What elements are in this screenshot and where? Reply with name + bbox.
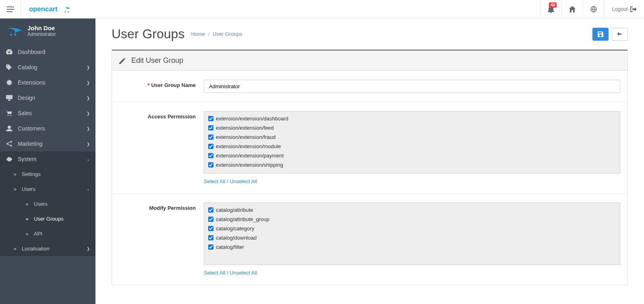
nav-label: Marketing bbox=[18, 141, 42, 147]
svg-point-5 bbox=[14, 34, 17, 36]
store-button[interactable] bbox=[583, 0, 604, 19]
permission-checkbox[interactable] bbox=[208, 153, 213, 158]
double-chevron-icon: » bbox=[24, 231, 30, 237]
chevron-right-icon: ❯ bbox=[87, 142, 90, 146]
avatar-icon bbox=[6, 24, 25, 37]
double-chevron-icon: » bbox=[24, 216, 30, 222]
permission-checkbox[interactable] bbox=[208, 217, 213, 222]
sidebar-item-catalog[interactable]: Catalog ❯ bbox=[0, 60, 95, 75]
double-chevron-icon: » bbox=[12, 246, 18, 252]
opencart-logo-icon: opencart bbox=[28, 4, 81, 14]
permission-checkbox[interactable] bbox=[208, 235, 213, 240]
logout-label: Logout bbox=[612, 6, 628, 12]
profile-name: John Doe bbox=[27, 25, 56, 31]
main-content: User Groups Home / User Groups Edit User… bbox=[95, 19, 644, 304]
tag-icon bbox=[6, 64, 13, 70]
sidebar-item-api[interactable]: » API bbox=[0, 226, 95, 241]
nav-label: API bbox=[34, 231, 42, 237]
sidebar-item-system[interactable]: System ⌄ bbox=[0, 151, 95, 167]
breadcrumb: Home / User Groups bbox=[191, 31, 242, 37]
profile-block: John Doe Administrator bbox=[0, 19, 95, 44]
sidebar-item-localisation[interactable]: » Localisation ❯ bbox=[0, 241, 95, 256]
chevron-down-icon: ⌄ bbox=[87, 187, 90, 191]
sidebar-item-settings[interactable]: » Settings bbox=[0, 167, 95, 182]
share-icon bbox=[6, 141, 13, 147]
logout-button[interactable]: Logout bbox=[604, 0, 644, 19]
save-icon bbox=[598, 31, 603, 37]
nav-label: Catalog bbox=[18, 64, 37, 70]
double-chevron-icon: » bbox=[12, 186, 18, 192]
permission-item: catalog/attribute bbox=[208, 205, 616, 215]
sidebar-item-extensions[interactable]: Extensions ❯ bbox=[0, 75, 95, 90]
permission-checkbox[interactable] bbox=[208, 144, 213, 149]
permission-checkbox[interactable] bbox=[208, 125, 213, 130]
permission-checkbox[interactable] bbox=[208, 134, 213, 140]
breadcrumb-home[interactable]: Home bbox=[191, 31, 205, 37]
user-group-name-input[interactable] bbox=[204, 80, 620, 93]
menu-toggle[interactable] bbox=[0, 0, 21, 19]
svg-rect-7 bbox=[8, 99, 10, 101]
chevron-right-icon: ❯ bbox=[87, 96, 90, 100]
modify-unselect-all[interactable]: Unselect All bbox=[230, 270, 257, 276]
nav-label: Design bbox=[18, 95, 35, 101]
access-label: Access Permission bbox=[119, 111, 204, 184]
notification-badge: 48 bbox=[549, 2, 557, 8]
permission-label: catalog/filter bbox=[216, 244, 244, 250]
edit-panel: Edit User Group *User Group Name Access … bbox=[112, 50, 628, 285]
modify-permission-box[interactable]: catalog/attributecatalog/attribute_group… bbox=[204, 203, 620, 265]
sidebar-item-dashboard[interactable]: Dashboard bbox=[0, 44, 95, 60]
chevron-right-icon: ❯ bbox=[87, 246, 90, 251]
notifications-button[interactable]: 48 bbox=[540, 0, 561, 19]
permission-checkbox[interactable] bbox=[208, 207, 213, 213]
modify-label: Modify Permission bbox=[119, 203, 204, 276]
page-header: User Groups Home / User Groups bbox=[112, 27, 628, 41]
home-icon bbox=[569, 6, 576, 12]
dashboard-icon bbox=[6, 49, 13, 55]
save-button[interactable] bbox=[592, 28, 609, 41]
sidebar: John Doe Administrator Dashboard Catalog… bbox=[0, 19, 95, 304]
sidebar-item-marketing[interactable]: Marketing ❯ bbox=[0, 136, 95, 151]
access-select-all[interactable]: Select All bbox=[204, 178, 225, 184]
home-button[interactable] bbox=[561, 0, 583, 19]
menu-icon bbox=[7, 6, 14, 12]
form-row-name: *User Group Name bbox=[112, 71, 627, 102]
permission-checkbox[interactable] bbox=[208, 162, 213, 168]
name-label: *User Group Name bbox=[119, 80, 204, 93]
logo[interactable]: opencart bbox=[21, 4, 88, 14]
permission-label: catalog/attribute_group bbox=[216, 216, 269, 222]
sidebar-item-users-sub[interactable]: » Users bbox=[0, 196, 95, 211]
chevron-down-icon: ⌄ bbox=[87, 157, 90, 161]
permission-label: extension/extension/shipping bbox=[216, 162, 283, 168]
sidebar-item-design[interactable]: Design ❯ bbox=[0, 90, 95, 105]
nav-label: Extensions bbox=[18, 79, 45, 86]
permission-checkbox[interactable] bbox=[208, 116, 213, 121]
permission-checkbox[interactable] bbox=[208, 226, 213, 231]
permission-label: extension/extension/module bbox=[216, 143, 281, 149]
page-title: User Groups bbox=[112, 27, 184, 41]
puzzle-icon bbox=[6, 80, 13, 85]
sidebar-item-customers[interactable]: Customers ❯ bbox=[0, 121, 95, 136]
sidebar-item-user-groups[interactable]: » User Groups bbox=[0, 211, 95, 226]
modify-select-all[interactable]: Select All bbox=[204, 270, 225, 276]
sidebar-item-sales[interactable]: Sales ❯ bbox=[0, 105, 95, 121]
permission-label: catalog/download bbox=[216, 235, 257, 241]
breadcrumb-current[interactable]: User Groups bbox=[213, 31, 242, 37]
globe-icon bbox=[590, 6, 597, 12]
nav-label: Sales bbox=[18, 110, 32, 116]
modify-perm-links: Select All / Unselect All bbox=[204, 270, 620, 276]
logout-icon bbox=[630, 6, 637, 12]
access-unselect-all[interactable]: Unselect All bbox=[230, 178, 257, 184]
sidebar-item-users[interactable]: » Users ⌄ bbox=[0, 182, 95, 196]
nav-label: Users bbox=[34, 201, 48, 207]
permission-item: extension/extension/shipping bbox=[208, 160, 616, 170]
layout: John Doe Administrator Dashboard Catalog… bbox=[0, 19, 644, 304]
svg-point-1 bbox=[65, 11, 66, 12]
cancel-button[interactable] bbox=[612, 28, 628, 41]
nav-label: Users bbox=[22, 186, 35, 192]
permission-checkbox[interactable] bbox=[208, 244, 213, 250]
profile-role: Administrator bbox=[27, 31, 56, 37]
panel-body: *User Group Name Access Permission exten… bbox=[112, 71, 627, 285]
permission-item: catalog/download bbox=[208, 233, 616, 242]
gear-icon bbox=[6, 156, 13, 162]
access-permission-box[interactable]: extension/extension/dashboardextension/e… bbox=[204, 111, 620, 174]
